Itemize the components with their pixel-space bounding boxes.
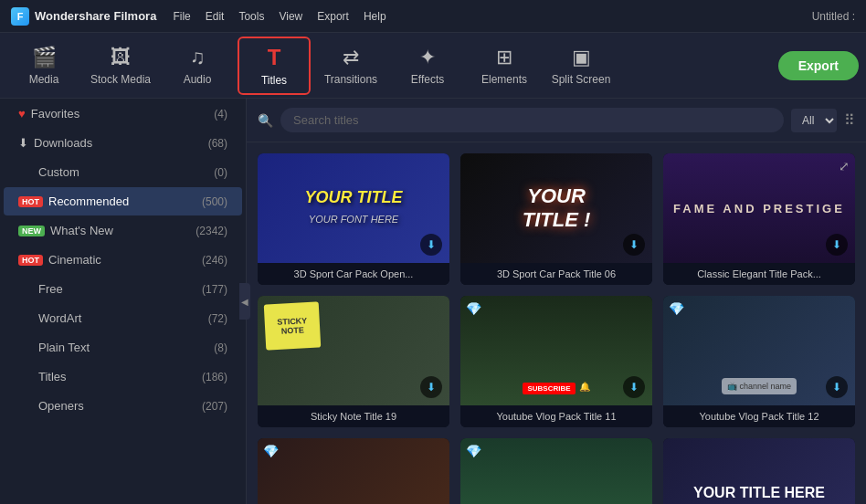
- sidebar-count-recommended: (500): [202, 195, 227, 208]
- title-card-8[interactable]: 💎 SUBSCRIBE ⬇ ...: [460, 438, 652, 504]
- title-card-6[interactable]: 💎 📺 channel name ⬇ Youtube Vlog Pack Tit…: [663, 296, 855, 427]
- elements-icon: ⊞: [496, 46, 512, 69]
- title-card-7[interactable]: 💎 ⬇ ...: [258, 438, 449, 504]
- sidebar-label-free: Free: [38, 282, 202, 296]
- split-screen-icon: ▣: [572, 46, 591, 69]
- title-card-2[interactable]: YOURTITLE ! ⬇ 3D Sport Car Pack Title 06: [460, 153, 652, 285]
- menu-items: File Edit Tools View Export Help: [173, 6, 385, 26]
- elements-label: Elements: [481, 73, 527, 86]
- menu-file[interactable]: File: [173, 6, 190, 26]
- toolbar-split-screen[interactable]: ▣ Split Screen: [544, 37, 618, 95]
- heart-icon: ♥: [18, 107, 26, 121]
- grid-toggle-icon[interactable]: ⠿: [844, 111, 855, 129]
- app-logo: F Wondershare Filmora: [11, 7, 156, 26]
- download-arrow-5[interactable]: ⬇: [623, 376, 645, 398]
- menu-view[interactable]: View: [279, 6, 302, 26]
- titles-grid: YOUR TITLEYOUR FONT HERE ⬇ 3D Sport Car …: [247, 142, 866, 504]
- badge-hot-cinematic: HOT: [18, 255, 43, 266]
- title-card-3[interactable]: FAME AND PRESTIGE ⤢ ⬇ Classic Elegant Ti…: [663, 153, 855, 285]
- title-card-5[interactable]: 💎 SUBSCRIBE 🔔 ⬇ Youtube Vlog Pack Title …: [460, 296, 652, 427]
- app-name: Wondershare Filmora: [35, 9, 156, 23]
- download-arrow-6[interactable]: ⬇: [826, 376, 848, 398]
- scan-icon-3: ⤢: [839, 159, 850, 173]
- toolbar-effects[interactable]: ✦ Effects: [391, 37, 464, 95]
- subscribe-badge-5: SUBSCRIBE: [523, 383, 575, 394]
- toolbar-titles[interactable]: T Titles: [238, 37, 311, 95]
- sidebar-item-recommended[interactable]: HOT Recommended (500): [4, 187, 242, 215]
- effects-icon: ✦: [419, 46, 436, 69]
- sidebar-label-whats-new: What's New: [50, 224, 195, 237]
- card-thumb-9: YOUR TITLE HERE ⬇: [663, 438, 855, 504]
- sidebar-count-free: (177): [202, 283, 227, 296]
- download-arrow-1[interactable]: ⬇: [420, 234, 442, 256]
- sidebar: ♥ Favorites (4) ⬇ Downloads (68) Custom …: [0, 99, 247, 504]
- sidebar-item-plain-text[interactable]: Plain Text (8): [4, 333, 242, 362]
- search-input[interactable]: [280, 108, 784, 132]
- media-icon: 🎬: [32, 46, 57, 69]
- sidebar-item-free[interactable]: Free (177): [4, 275, 242, 303]
- title-card-9[interactable]: YOUR TITLE HERE ⬇ ...: [663, 438, 855, 504]
- title-card-1[interactable]: YOUR TITLEYOUR FONT HERE ⬇ 3D Sport Car …: [258, 153, 449, 285]
- card-thumb-4: STICKYNOTE ⬇: [258, 296, 449, 405]
- sidebar-count-plain-text: (8): [214, 341, 227, 354]
- sidebar-count-downloads: (68): [208, 137, 227, 150]
- sidebar-item-openers[interactable]: Openers (207): [4, 392, 242, 420]
- card-name-2: 3D Sport Car Pack Title 06: [460, 263, 652, 285]
- stock-media-icon: 🖼: [111, 46, 131, 69]
- premium-gem-7: 💎: [263, 444, 279, 458]
- effects-label: Effects: [411, 73, 444, 86]
- toolbar-media[interactable]: 🎬 Media: [7, 37, 80, 95]
- card-thumb-2: YOURTITLE ! ⬇: [460, 153, 652, 263]
- titles-icon: T: [268, 45, 281, 70]
- sidebar-item-whats-new[interactable]: NEW What's New (2342): [4, 216, 242, 245]
- toolbar: 🎬 Media 🖼 Stock Media ♫ Audio T Titles ⇄…: [0, 33, 866, 99]
- card-name-3: Classic Elegant Title Pack...: [663, 263, 855, 285]
- audio-label: Audio: [184, 73, 212, 86]
- sidebar-label-custom: Custom: [38, 165, 214, 179]
- sidebar-item-titles[interactable]: Titles (186): [4, 362, 242, 391]
- sidebar-label-cinematic: Cinematic: [48, 253, 202, 267]
- sidebar-item-downloads[interactable]: ⬇ Downloads (68): [4, 129, 242, 157]
- menu-help[interactable]: Help: [364, 6, 386, 26]
- sidebar-item-wordart[interactable]: WordArt (72): [4, 304, 242, 332]
- sidebar-item-custom[interactable]: Custom (0): [4, 158, 242, 186]
- sidebar-count-wordart: (72): [208, 312, 227, 325]
- main-area: ♥ Favorites (4) ⬇ Downloads (68) Custom …: [0, 99, 866, 504]
- sidebar-count-whats-new: (2342): [195, 225, 227, 237]
- menu-bar: F Wondershare Filmora File Edit Tools Vi…: [0, 0, 866, 33]
- premium-gem-5: 💎: [466, 301, 481, 316]
- card-name-4: Sticky Note Title 19: [258, 405, 449, 427]
- download-arrow-2[interactable]: ⬇: [623, 234, 645, 256]
- sidebar-count-cinematic: (246): [202, 254, 227, 267]
- download-arrow-3[interactable]: ⬇: [826, 234, 848, 256]
- menu-tools[interactable]: Tools: [238, 6, 264, 26]
- titles-label: Titles: [261, 74, 287, 87]
- toolbar-audio[interactable]: ♫ Audio: [161, 37, 234, 95]
- sidebar-label-downloads: Downloads: [34, 136, 208, 150]
- card-thumb-3: FAME AND PRESTIGE ⤢ ⬇: [663, 153, 855, 263]
- premium-gem-8: 💎: [466, 444, 481, 458]
- premium-gem-6: 💎: [669, 301, 684, 316]
- toolbar-elements[interactable]: ⊞ Elements: [468, 37, 541, 95]
- sidebar-item-cinematic[interactable]: HOT Cinematic (246): [4, 246, 242, 274]
- sidebar-count-favorites: (4): [214, 108, 227, 121]
- sidebar-count-titles: (186): [202, 371, 227, 383]
- audio-icon: ♫: [190, 46, 206, 69]
- download-arrow-4[interactable]: ⬇: [420, 376, 442, 398]
- card-name-5: Youtube Vlog Pack Title 11: [460, 405, 652, 427]
- filter-select[interactable]: All: [791, 109, 837, 132]
- card-name-6: Youtube Vlog Pack Title 12: [663, 405, 855, 427]
- logo-icon: F: [11, 7, 29, 26]
- export-button[interactable]: Export: [778, 51, 859, 80]
- title-card-4[interactable]: STICKYNOTE ⬇ Sticky Note Title 19: [258, 296, 449, 427]
- sidebar-label-wordart: WordArt: [38, 311, 208, 325]
- split-screen-label: Split Screen: [552, 73, 611, 86]
- search-icon: 🔍: [258, 113, 273, 128]
- sidebar-collapse-arrow[interactable]: ◀: [239, 283, 250, 320]
- transitions-icon: ⇄: [343, 46, 359, 69]
- menu-export[interactable]: Export: [317, 6, 349, 26]
- sidebar-item-favorites[interactable]: ♥ Favorites (4): [4, 100, 242, 128]
- toolbar-stock-media[interactable]: 🖼 Stock Media: [84, 37, 157, 95]
- menu-edit[interactable]: Edit: [206, 6, 225, 26]
- toolbar-transitions[interactable]: ⇄ Transitions: [314, 37, 387, 95]
